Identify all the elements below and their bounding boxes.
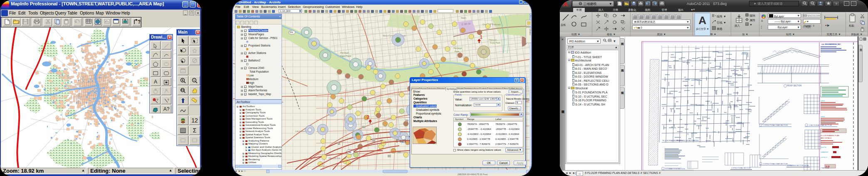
svg-text:ROOF SECTION: ROOF SECTION — [787, 85, 801, 87]
svg-text:coming on: coming on — [821, 156, 827, 158]
svg-text:?: ? — [156, 98, 158, 102]
svg-text:added: added — [821, 116, 825, 117]
svg-text:?: ? — [167, 98, 169, 102]
svg-text:added: added — [821, 100, 825, 102]
svg-text:Criand P Railroad: Criand P Railroad — [482, 23, 500, 26]
svg-text:?: ? — [138, 19, 140, 24]
svg-text:4 CONNECTION SECTION: 4 CONNECTION SECTION — [665, 168, 685, 170]
svg-text:Heritage: Heritage — [340, 51, 349, 54]
svg-text:Harmon: Harmon — [489, 39, 497, 41]
svg-text:5 STRUCTURAL SECTION: 5 STRUCTURAL SECTION — [731, 167, 751, 169]
svg-text:AND DETAILS: AND DETAILS — [821, 137, 831, 139]
svg-text:1 STRUCTURAL STAIR SECTION: 1 STRUCTURAL STAIR SECTION — [763, 125, 788, 126]
svg-text:6 FRAMING SECTION DETAIL: 6 FRAMING SECTION DETAIL — [787, 165, 809, 166]
svg-text:Park: Park — [455, 50, 460, 53]
svg-text:sheet No: sheet No — [821, 147, 826, 148]
svg-text:J+L ENGINEERING INC: J+L ENGINEERING INC — [821, 43, 841, 45]
svg-text:?: ? — [156, 107, 158, 111]
svg-text:DRAWN BY: DRAWN BY — [821, 152, 828, 153]
svg-text:Park Plaza: Park Plaza — [340, 55, 352, 57]
svg-text:1: 1 — [480, 34, 482, 39]
svg-text:Heritage: Heritage — [453, 47, 462, 49]
svg-text:7 SECTION: 7 SECTION — [821, 167, 829, 169]
svg-text:FLOOR FRAMING PLAN: FLOOR FRAMING PLAN — [821, 134, 839, 137]
svg-text:2: 2 — [367, 115, 369, 120]
svg-text:Nash: Nash — [461, 17, 466, 19]
svg-text:2 SECTION AT STAIR BOTTOM: 2 SECTION AT STAIR BOTTOM — [809, 125, 832, 126]
svg-text:3 STRUCTURAL STAIR SECTION: 3 STRUCTURAL STAIR SECTION — [763, 163, 788, 165]
svg-text:TF9: TF9 — [289, 32, 293, 34]
svg-text:Field Park: Field Park — [490, 42, 500, 44]
svg-text:FLOOR FRAMING PLAN AND DETAILS: FLOOR FRAMING PLAN AND DETAILS NOTES — [663, 139, 699, 142]
